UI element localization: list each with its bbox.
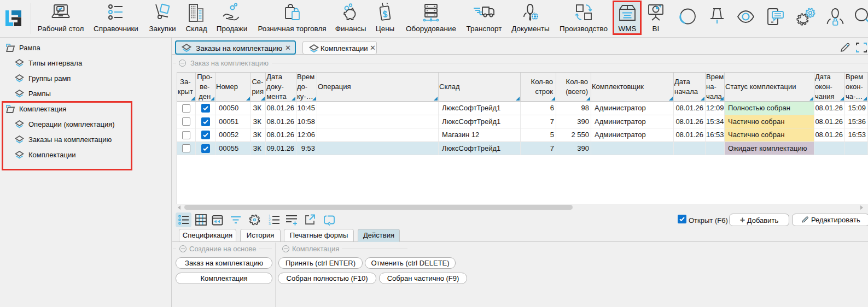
svg-text:2: 2: [269, 218, 271, 222]
svg-text:1: 1: [269, 214, 271, 218]
svg-text:3: 3: [269, 222, 271, 226]
